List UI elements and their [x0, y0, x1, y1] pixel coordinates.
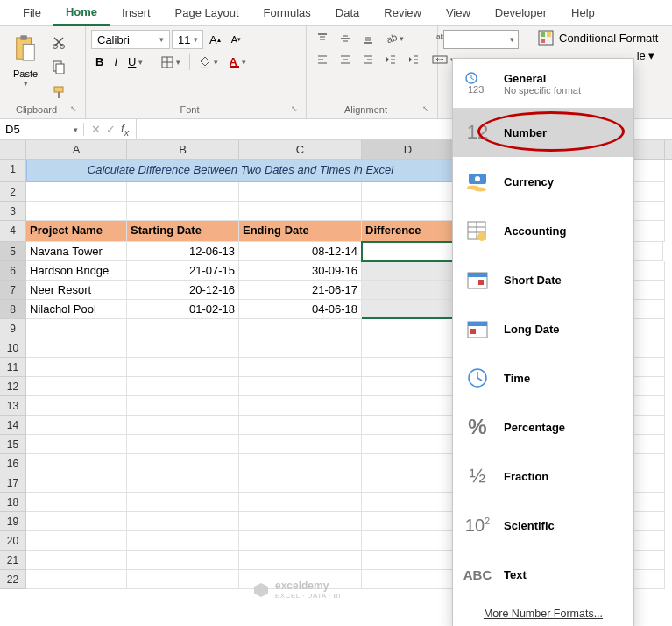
cell-B22[interactable] — [127, 570, 239, 589]
select-all-corner[interactable] — [0, 140, 26, 159]
format-text[interactable]: ABC Text — [453, 550, 633, 599]
rowhdr-16[interactable]: 16 — [0, 454, 26, 473]
cell-B7[interactable]: 20-12-16 — [127, 281, 239, 300]
colhdr-B[interactable]: B — [127, 140, 239, 159]
format-long-date[interactable]: Long Date — [453, 304, 633, 353]
align-right-button[interactable] — [358, 52, 378, 68]
cell-B11[interactable] — [127, 358, 239, 377]
hdr-end[interactable]: Ending Date — [239, 221, 362, 242]
cell-C20[interactable] — [239, 531, 362, 551]
hdr-start[interactable]: Starting Date — [127, 221, 239, 242]
cell-B15[interactable] — [127, 435, 239, 454]
cell-A20[interactable] — [26, 531, 127, 551]
tab-developer[interactable]: Developer — [483, 1, 559, 25]
cell-D17[interactable] — [362, 473, 455, 493]
cell-D9[interactable] — [362, 319, 455, 338]
font-launcher[interactable]: ⤡ — [288, 104, 301, 113]
cell-A8[interactable]: Nilachol Pool — [26, 300, 127, 319]
cell-D20[interactable] — [362, 531, 455, 551]
cell-D15[interactable] — [362, 435, 455, 454]
rowhdr-21[interactable]: 21 — [0, 551, 26, 570]
cell-C9[interactable] — [239, 319, 362, 338]
cell-B8[interactable]: 01-02-18 — [127, 300, 239, 319]
cell-D8[interactable] — [362, 300, 455, 319]
font-color-button[interactable]: A — [225, 53, 249, 70]
increase-indent-button[interactable] — [404, 52, 423, 68]
format-fraction[interactable]: ½ Fraction — [453, 452, 633, 501]
colhdr-C[interactable]: C — [239, 140, 362, 159]
cell-B18[interactable] — [127, 493, 239, 512]
tab-home[interactable]: Home — [53, 0, 110, 26]
cell-C17[interactable] — [239, 473, 362, 493]
tab-file[interactable]: File — [11, 1, 53, 25]
tab-pagelayout[interactable]: Page Layout — [163, 1, 251, 25]
cell-A21[interactable] — [26, 551, 127, 570]
number-format-select[interactable]: ▾ — [443, 30, 519, 49]
cell-B20[interactable] — [127, 531, 239, 551]
rowhdr-2[interactable]: 2 — [0, 182, 26, 202]
format-short-date[interactable]: Short Date — [453, 255, 633, 304]
cell-A12[interactable] — [26, 377, 127, 396]
paste-button[interactable] — [10, 31, 41, 68]
font-size-select[interactable]: 11▾ — [172, 30, 203, 49]
italic-button[interactable]: I — [110, 53, 121, 70]
cell-A17[interactable] — [26, 473, 127, 493]
cell-A10[interactable] — [26, 338, 127, 358]
cell-B13[interactable] — [127, 396, 239, 416]
cell-D5[interactable] — [361, 241, 454, 262]
format-accounting[interactable]: Accounting — [453, 206, 633, 255]
bold-button[interactable]: B — [92, 53, 107, 70]
decrease-indent-button[interactable] — [381, 52, 400, 68]
format-time[interactable]: Time — [453, 353, 633, 402]
cell-A16[interactable] — [26, 454, 127, 473]
cell-B21[interactable] — [127, 551, 239, 570]
more-formats-link[interactable]: More Number Formats... — [453, 599, 633, 626]
font-name-select[interactable]: Calibri▾ — [91, 30, 170, 49]
align-bottom-button[interactable] — [358, 31, 378, 46]
alignment-launcher[interactable]: ⤡ — [420, 104, 432, 113]
cell-A13[interactable] — [26, 396, 127, 416]
clipboard-launcher[interactable]: ⤡ — [67, 104, 80, 113]
cell-C16[interactable] — [239, 454, 362, 473]
cell-D21[interactable] — [362, 551, 455, 570]
decrease-font-button[interactable]: A▾ — [228, 32, 244, 46]
title-cell[interactable]: Calculate Difference Between Two Dates a… — [26, 160, 455, 182]
cell-A18[interactable] — [26, 493, 127, 512]
rowhdr-8[interactable]: 8 — [0, 300, 26, 319]
cell-B17[interactable] — [127, 473, 239, 493]
cell-A19[interactable] — [26, 512, 127, 531]
cell-C5[interactable]: 08-12-14 — [239, 242, 362, 261]
rowhdr-7[interactable]: 7 — [0, 281, 26, 300]
increase-font-button[interactable]: A▴ — [206, 32, 224, 48]
colhdr-D[interactable]: D — [362, 140, 455, 159]
cell-D11[interactable] — [362, 358, 455, 377]
cell-D19[interactable] — [362, 512, 455, 531]
cell-C11[interactable] — [239, 358, 362, 377]
cell-A5[interactable]: Navana Tower — [26, 242, 127, 261]
rowhdr-17[interactable]: 17 — [0, 473, 26, 493]
cut-button[interactable] — [48, 33, 69, 51]
cell-B14[interactable] — [127, 416, 239, 435]
name-box[interactable]: D5▾ — [0, 123, 84, 136]
format-number[interactable]: 12 Number — [453, 108, 633, 157]
cell-C14[interactable] — [239, 416, 362, 435]
cell-C12[interactable] — [239, 377, 362, 396]
cell-A15[interactable] — [26, 435, 127, 454]
rowhdr-20[interactable]: 20 — [0, 531, 26, 551]
tab-insert[interactable]: Insert — [110, 1, 163, 25]
cell-D6[interactable] — [362, 261, 455, 281]
format-general[interactable]: 123 GeneralNo specific format — [453, 59, 633, 108]
cell-B9[interactable] — [127, 319, 239, 338]
rowhdr-12[interactable]: 12 — [0, 377, 26, 396]
enter-icon[interactable]: ✓ — [106, 123, 116, 136]
tab-data[interactable]: Data — [323, 1, 371, 25]
orientation-button[interactable]: ab — [381, 31, 407, 46]
format-painter-button[interactable] — [48, 83, 69, 101]
tab-view[interactable]: View — [434, 1, 483, 25]
rowhdr-1[interactable]: 1 — [0, 160, 26, 182]
colhdr-A[interactable]: A — [26, 140, 127, 159]
cell-D22[interactable] — [362, 570, 455, 589]
rowhdr-22[interactable]: 22 — [0, 570, 26, 589]
rowhdr-6[interactable]: 6 — [0, 261, 26, 281]
cell-D10[interactable] — [362, 338, 455, 358]
